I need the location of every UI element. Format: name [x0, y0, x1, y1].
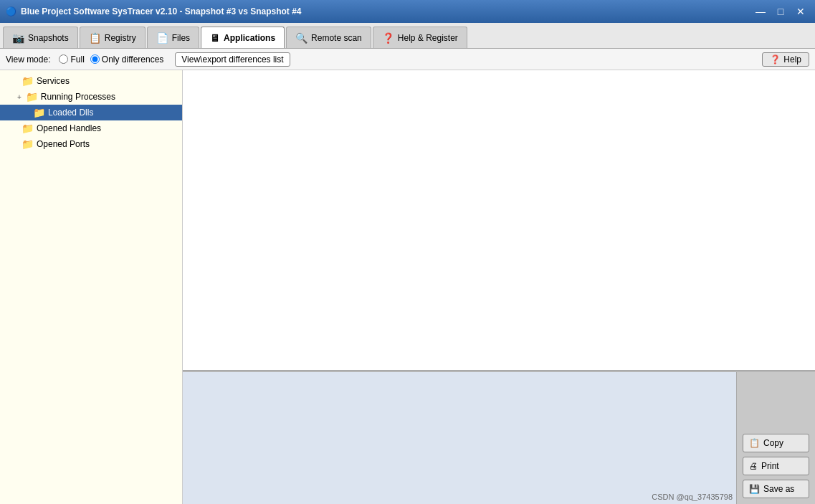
- radio-full-label: Full: [70, 54, 84, 65]
- sidebar-item-services[interactable]: 📁 Services: [0, 73, 182, 89]
- window-title: Blue Project Software SysTracer v2.10 - …: [21, 6, 302, 16]
- tab-label-help-register: Help & Register: [398, 33, 458, 43]
- sidebar-item-running-processes[interactable]: + 📁 Running Processes: [0, 89, 182, 105]
- save-as-button[interactable]: 💾 Save as: [743, 480, 809, 498]
- folder-icon-services: 📁: [22, 75, 34, 87]
- sidebar-item-loaded-dlls[interactable]: 📁 Loaded Dlls: [0, 105, 182, 120]
- radio-differences[interactable]: Only differences: [90, 54, 164, 65]
- sidebar-label-running-processes: Running Processes: [41, 92, 115, 102]
- sidebar-item-opened-ports[interactable]: 📁 Opened Ports: [0, 136, 182, 152]
- save-icon: 💾: [749, 484, 760, 494]
- tab-icon-remote-scan: 🔍: [295, 32, 308, 44]
- view-mode-radio-group: Full Only differences: [59, 54, 163, 65]
- tab-remote-scan[interactable]: 🔍Remote scan: [286, 27, 371, 48]
- main-area: 📁 Services + 📁 Running Processes 📁 Loade…: [0, 70, 815, 504]
- sidebar-label-opened-ports: Opened Ports: [37, 139, 90, 149]
- tab-files[interactable]: 📄Files: [147, 27, 199, 48]
- expand-arrow-running-processes: +: [17, 93, 22, 101]
- sidebar: 📁 Services + 📁 Running Processes 📁 Loade…: [0, 70, 183, 504]
- save-as-label: Save as: [763, 484, 794, 494]
- sidebar-label-loaded-dlls: Loaded Dlls: [48, 108, 93, 118]
- tab-icon-applications: 🖥: [210, 32, 220, 44]
- print-button[interactable]: 🖨 Print: [743, 457, 809, 475]
- folder-icon-running-processes: 📁: [26, 91, 38, 103]
- content-panel: CSDN @qq_37435798 📋 Copy 🖨 Print 💾 Save …: [183, 70, 815, 504]
- radio-full-input[interactable]: [59, 54, 68, 64]
- tab-label-registry: Registry: [105, 33, 136, 43]
- tab-registry[interactable]: 📋Registry: [80, 27, 146, 48]
- help-icon: ❓: [770, 54, 781, 65]
- maximize-button[interactable]: □: [772, 4, 789, 19]
- tab-bar: 📷Snapshots📋Registry📄Files🖥Applications🔍R…: [0, 23, 815, 49]
- detail-panel: CSDN @qq_37435798 📋 Copy 🖨 Print 💾 Save …: [183, 371, 815, 504]
- help-label: Help: [783, 54, 801, 65]
- tab-label-applications: Applications: [224, 33, 275, 43]
- watermark: CSDN @qq_37435798: [652, 493, 733, 501]
- tab-icon-files: 📄: [156, 32, 168, 44]
- tab-label-remote-scan: Remote scan: [311, 33, 362, 43]
- view-mode-label: View mode:: [6, 54, 50, 65]
- tab-applications[interactable]: 🖥Applications: [201, 27, 285, 48]
- tab-label-files: Files: [172, 33, 190, 43]
- view-export-button[interactable]: View\export differences list: [175, 52, 290, 67]
- tab-help-register[interactable]: ❓Help & Register: [373, 27, 467, 48]
- copy-icon: 📋: [749, 438, 760, 448]
- folder-icon-loaded-dlls: 📁: [33, 107, 45, 118]
- tab-icon-registry: 📋: [89, 32, 101, 44]
- print-label: Print: [761, 461, 779, 471]
- minimize-button[interactable]: —: [752, 4, 769, 19]
- tab-label-snapshots: Snapshots: [28, 33, 69, 43]
- radio-full[interactable]: Full: [59, 54, 84, 65]
- tab-icon-help-register: ❓: [382, 32, 394, 44]
- print-icon: 🖨: [749, 461, 758, 471]
- button-panel: 📋 Copy 🖨 Print 💾 Save as: [736, 372, 815, 504]
- table-container[interactable]: [183, 70, 815, 371]
- folder-icon-opened-ports: 📁: [22, 138, 34, 150]
- sidebar-label-opened-handles: Opened Handles: [37, 123, 101, 133]
- sidebar-label-services: Services: [37, 76, 70, 86]
- app-icon: 🔵: [6, 6, 16, 16]
- folder-icon-opened-handles: 📁: [22, 123, 34, 134]
- sidebar-item-opened-handles[interactable]: 📁 Opened Handles: [0, 120, 182, 136]
- radio-differences-input[interactable]: [90, 54, 100, 64]
- close-button[interactable]: ✕: [792, 4, 809, 19]
- copy-label: Copy: [763, 438, 783, 448]
- tab-snapshots[interactable]: 📷Snapshots: [3, 27, 78, 48]
- tab-icon-snapshots: 📷: [12, 32, 24, 44]
- radio-differences-label: Only differences: [102, 54, 164, 65]
- window-controls: — □ ✕: [752, 4, 809, 19]
- title-bar: 🔵 Blue Project Software SysTracer v2.10 …: [0, 0, 815, 23]
- toolbar: View mode: Full Only differences View\ex…: [0, 49, 815, 70]
- copy-button[interactable]: 📋 Copy: [743, 434, 809, 452]
- help-button[interactable]: ❓ Help: [762, 52, 809, 67]
